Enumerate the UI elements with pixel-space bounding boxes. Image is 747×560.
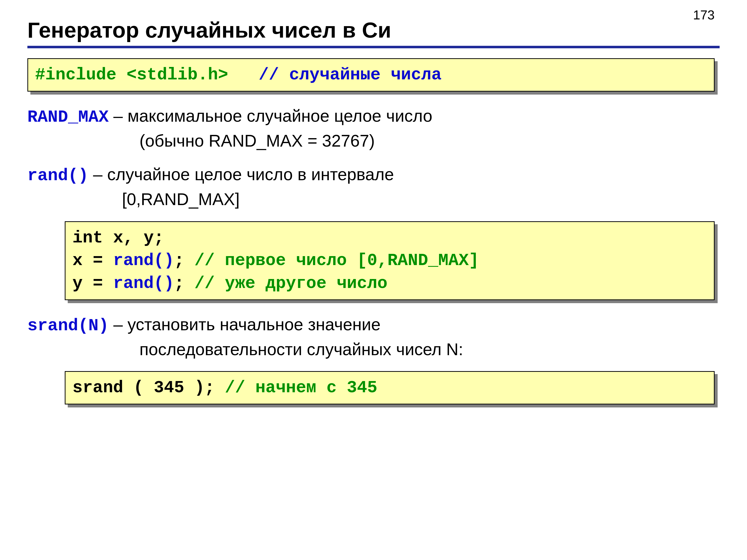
c2-l2d: // первое число [0,RAND_MAX] [195,251,479,270]
page-number: 173 [693,7,715,22]
c2-l1: int x, y; [73,228,164,247]
code-include: #include <stdlib.h> [35,65,228,84]
randfn-block: rand() – случайное целое число в интерва… [27,162,720,211]
code-gap [228,65,258,84]
randfn-desc2: [0,RAND_MAX] [122,187,720,211]
c3-a: srand ( 345 ); [73,378,215,397]
c2-l2b: rand() [113,251,174,270]
randmax-block: RAND_MAX – максимальное случайное целое … [27,104,720,153]
c3-sp [215,378,225,397]
srand-desc2: последовательности случайных чисел N: [139,338,720,361]
c2-l3d: // уже другое число [195,274,387,293]
c3-b: // начнем с 345 [225,378,377,397]
srand-desc1: – установить начальное значение [108,315,381,334]
code-include-box: #include <stdlib.h> // случайные числа [27,58,715,91]
page-title: Генератор случайных чисел в Си [27,18,720,43]
title-underline [27,46,720,48]
randfn-desc1: – случайное целое число в интервале [88,165,394,184]
c2-l3b: rand() [113,274,174,293]
c2-l3a: y = [73,274,113,293]
srand-block: srand(N) – установить начальное значение… [27,313,720,361]
randmax-desc2: (обычно RAND_MAX = 32767) [139,129,720,153]
code-srand-box: srand ( 345 ); // начнем с 345 [65,371,715,404]
code-rand-box: int x, y; x = rand(); // первое число [0… [65,221,715,300]
randmax-desc1: – максимальное случайное целое число [108,106,432,125]
c2-l3c: ; [174,274,195,293]
randmax-label: RAND_MAX [27,108,108,127]
c2-l2a: x = [73,251,113,270]
c2-l2c: ; [174,251,195,270]
srand-label: srand(N) [27,316,108,335]
randfn-label: rand() [27,166,88,185]
code-include-comment: // случайные числа [259,65,442,84]
